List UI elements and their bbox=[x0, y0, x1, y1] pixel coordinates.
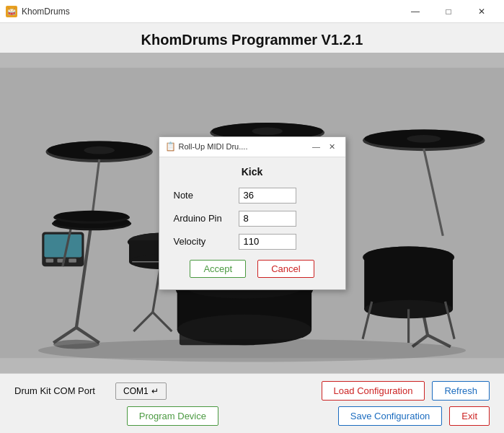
app-title: KhomDrums Programmer V1.2.1 bbox=[0, 23, 504, 53]
refresh-button[interactable]: Refresh bbox=[432, 381, 490, 401]
modal-titlebar: 📋 Roll-Up MIDI Dru.... — ✕ bbox=[159, 137, 345, 157]
maximize-button[interactable]: □ bbox=[432, 0, 465, 23]
program-device-button[interactable]: Program Device bbox=[127, 406, 218, 426]
exit-button[interactable]: Exit bbox=[449, 406, 490, 426]
modal-overlay: 📋 Roll-Up MIDI Dru.... — ✕ Kick Note bbox=[0, 53, 504, 373]
load-configuration-button[interactable]: Load Configuration bbox=[322, 381, 425, 401]
arduino-pin-label: Arduino Pin bbox=[174, 213, 239, 224]
modal-heading: Kick bbox=[174, 166, 331, 178]
cancel-button[interactable]: Cancel bbox=[257, 260, 314, 278]
titlebar-title: KhomDrums bbox=[22, 6, 399, 17]
main-content: KhomDrums Programmer V1.2.1 bbox=[0, 23, 504, 433]
velocity-input[interactable] bbox=[239, 234, 296, 250]
control-row-2: Program Device Save Configuration Exit bbox=[14, 406, 490, 426]
close-button[interactable]: ✕ bbox=[465, 0, 498, 23]
modal-title: Roll-Up MIDI Dru.... bbox=[179, 142, 309, 151]
note-input[interactable] bbox=[239, 188, 296, 204]
bottom-controls: Drum Kit COM Port COM1 ↵ Load Configurat… bbox=[0, 373, 504, 433]
com-port-button[interactable]: COM1 ↵ bbox=[115, 382, 167, 400]
velocity-label: Velocity bbox=[174, 236, 239, 247]
com-port-arrow: ↵ bbox=[151, 386, 159, 396]
modal-body: Kick Note Arduino Pin Velocity bbox=[159, 157, 345, 289]
arduino-pin-input[interactable] bbox=[239, 211, 296, 227]
modal-icon: 📋 bbox=[165, 141, 175, 152]
window-controls: — □ ✕ bbox=[399, 0, 498, 23]
com-port-value: COM1 bbox=[123, 386, 149, 396]
modal-titlebar-controls: — ✕ bbox=[309, 139, 340, 154]
note-field-row: Note bbox=[174, 188, 331, 204]
save-configuration-button[interactable]: Save Configuration bbox=[338, 406, 443, 426]
modal-buttons: Accept Cancel bbox=[174, 260, 331, 278]
control-row-1: Drum Kit COM Port COM1 ↵ Load Configurat… bbox=[14, 381, 490, 401]
titlebar: 🥁 KhomDrums — □ ✕ bbox=[0, 0, 504, 23]
accept-button[interactable]: Accept bbox=[190, 260, 246, 278]
velocity-field-row: Velocity bbox=[174, 234, 331, 250]
app-icon: 🥁 bbox=[6, 6, 17, 17]
modal-dialog: 📋 Roll-Up MIDI Dru.... — ✕ Kick Note bbox=[159, 136, 346, 290]
minimize-button[interactable]: — bbox=[399, 0, 432, 23]
modal-minimize-button[interactable]: — bbox=[309, 139, 324, 154]
arduino-pin-field-row: Arduino Pin bbox=[174, 211, 331, 227]
com-port-label: Drum Kit COM Port bbox=[14, 385, 108, 396]
note-label: Note bbox=[174, 190, 239, 201]
modal-close-button[interactable]: ✕ bbox=[325, 139, 340, 154]
drumkit-area: 📋 Roll-Up MIDI Dru.... — ✕ Kick Note bbox=[0, 53, 504, 373]
